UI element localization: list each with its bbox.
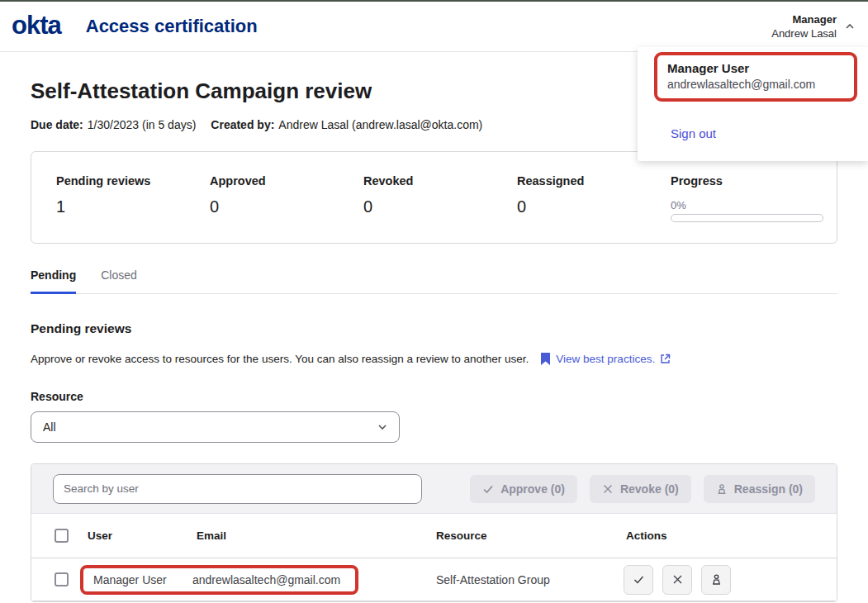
check-icon xyxy=(482,483,494,495)
row-user: Manager User xyxy=(93,573,192,586)
sign-out-link[interactable]: Sign out xyxy=(671,126,716,140)
bookmark-icon xyxy=(540,353,551,365)
revoke-button-label: Revoke (0) xyxy=(620,482,679,496)
table-row: Manager User andrewlasaltech@gmail.com S… xyxy=(31,558,837,601)
stat-approved: Approved 0 xyxy=(210,174,363,243)
approve-button-label: Approve (0) xyxy=(500,482,565,496)
row-resource: Self-Attestation Group xyxy=(433,573,623,586)
column-header-actions: Actions xyxy=(623,529,837,542)
check-icon xyxy=(633,573,645,586)
user-name-label: Andrew Lasal xyxy=(771,27,837,40)
resource-select-value: All xyxy=(43,420,56,434)
stat-value: 0 xyxy=(210,197,363,216)
stat-value: 0 xyxy=(517,197,671,216)
resource-filter-label: Resource xyxy=(31,390,837,403)
user-dropdown-menu: Manager User andrewlasaltech@gmail.com S… xyxy=(638,47,868,161)
approve-button[interactable]: Approve (0) xyxy=(470,475,577,503)
tab-closed[interactable]: Closed xyxy=(101,268,137,293)
stat-label: Reassigned xyxy=(517,174,671,188)
person-icon xyxy=(716,483,728,495)
reviews-table: Approve (0) Revoke (0) Reassign (0) User… xyxy=(31,463,837,602)
stat-value: 1 xyxy=(56,197,210,216)
app-title: Access certification xyxy=(86,16,258,37)
chevron-up-icon xyxy=(845,21,855,31)
row-checkbox[interactable] xyxy=(55,572,69,586)
person-icon xyxy=(710,573,723,586)
table-header-row: User Email Resource Actions xyxy=(31,514,837,558)
select-all-checkbox[interactable] xyxy=(55,529,69,543)
annotation-red-box-row: Manager User andrewlasaltech@gmail.com xyxy=(80,565,358,595)
column-header-resource: Resource xyxy=(433,529,623,542)
row-email: andrewlasaltech@gmail.com xyxy=(192,573,345,586)
user-email-cell: Manager User andrewlasaltech@gmail.com xyxy=(84,565,433,595)
row-approve-button[interactable] xyxy=(624,565,653,595)
external-link-icon xyxy=(660,354,671,364)
section-heading: Pending reviews xyxy=(31,321,837,336)
progress-bar xyxy=(671,214,823,222)
progress-percent: 0% xyxy=(671,199,824,211)
column-header-email: Email xyxy=(193,529,433,542)
stat-label: Approved xyxy=(210,174,363,188)
created-by-label: Created by: xyxy=(211,118,274,131)
stat-value: 0 xyxy=(363,197,517,216)
tab-bar: Pending Closed xyxy=(31,268,837,294)
reassign-button[interactable]: Reassign (0) xyxy=(704,475,815,503)
resource-select[interactable]: All xyxy=(31,411,400,443)
user-menu-texts: Manager Andrew Lasal xyxy=(771,13,837,40)
column-header-user: User xyxy=(84,529,193,542)
row-actions xyxy=(623,565,837,595)
section-description-row: Approve or revoke access to resources fo… xyxy=(31,353,837,365)
user-role-label: Manager xyxy=(771,13,837,26)
stat-revoked: Revoked 0 xyxy=(363,174,517,243)
view-best-practices-link[interactable]: View best practices. xyxy=(556,353,655,365)
app-header: okta Access certification Manager Andrew… xyxy=(0,2,868,52)
search-input[interactable] xyxy=(53,474,422,504)
due-date-value: 1/30/2023 (in 5 days) xyxy=(88,118,197,131)
annotation-red-box-dropdown: Manager User andrewlasaltech@gmail.com xyxy=(654,52,857,102)
progress-label: Progress xyxy=(671,174,824,188)
stats-card: Pending reviews 1 Approved 0 Revoked 0 R… xyxy=(31,151,837,244)
dropdown-user-email: andrewlasaltech@gmail.com xyxy=(667,78,844,91)
section-description: Approve or revoke access to resources fo… xyxy=(31,353,529,365)
stat-pending-reviews: Pending reviews 1 xyxy=(56,174,210,243)
tab-pending[interactable]: Pending xyxy=(31,268,76,294)
stat-progress: Progress 0% xyxy=(671,174,824,243)
table-toolbar: Approve (0) Revoke (0) Reassign (0) xyxy=(31,464,837,514)
created-by-value: Andrew Lasal (andrew.lasal@okta.com) xyxy=(278,118,482,131)
stat-label: Pending reviews xyxy=(56,174,210,188)
due-date-label: Due date: xyxy=(31,118,83,131)
revoke-button[interactable]: Revoke (0) xyxy=(590,475,691,503)
user-menu-trigger[interactable]: Manager Andrew Lasal xyxy=(771,13,855,40)
dropdown-user-name: Manager User xyxy=(667,61,844,75)
okta-logo: okta xyxy=(12,12,61,41)
stat-label: Revoked xyxy=(363,174,517,188)
stat-reassigned: Reassigned 0 xyxy=(517,174,671,243)
x-icon xyxy=(671,573,684,586)
x-icon xyxy=(602,483,614,495)
chevron-down-icon xyxy=(377,422,387,432)
bulk-action-buttons: Approve (0) Revoke (0) Reassign (0) xyxy=(470,475,815,503)
row-reassign-button[interactable] xyxy=(701,565,731,595)
row-revoke-button[interactable] xyxy=(662,565,692,595)
reassign-button-label: Reassign (0) xyxy=(734,482,803,496)
